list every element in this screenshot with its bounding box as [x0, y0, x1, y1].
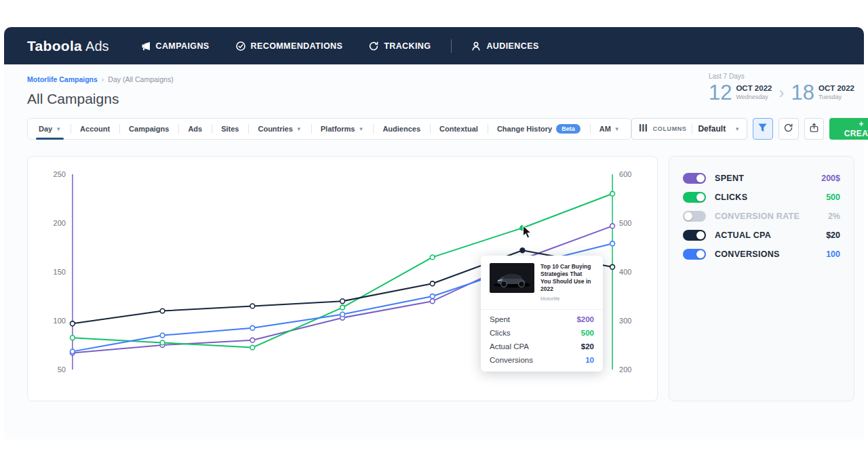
conversions-toggle[interactable]	[683, 249, 706, 260]
nav-audiences[interactable]: AUDIENCES	[471, 41, 538, 52]
sync-icon	[368, 41, 379, 52]
actual-cpa-toggle[interactable]	[683, 230, 706, 241]
toolbar: Day▼ Account Campaigns Ads Sites Countri…	[27, 118, 854, 140]
legend-label: ACTUAL CPA	[715, 231, 771, 240]
refresh-button[interactable]	[778, 118, 799, 140]
taboola-ads-screen: Taboola Ads CAMPAIGNS RECOMMENDATIONS	[0, 0, 868, 459]
svg-text:100: 100	[54, 317, 66, 325]
taboola-logo[interactable]: Taboola Ads	[27, 38, 109, 54]
date-range-picker[interactable]: Last 7 Days 12 OCT 2022 Wednesday › 18 O…	[709, 73, 854, 103]
tab-audiences[interactable]: Audiences	[373, 118, 430, 140]
svg-text:50: 50	[58, 365, 66, 374]
main-nav: CAMPAIGNS RECOMMENDATIONS TRACKING	[140, 39, 565, 53]
svg-text:200: 200	[619, 365, 631, 374]
spent-toggle[interactable]	[683, 173, 706, 184]
tab-campaigns[interactable]: Campaigns	[119, 118, 178, 140]
tab-ads[interactable]: Ads	[178, 118, 212, 140]
end-day: 18	[791, 82, 814, 103]
legend-label: CONVERSIONS	[715, 250, 780, 259]
tooltip-metric-value: 10	[585, 356, 594, 364]
divider	[692, 123, 692, 134]
svg-text:200: 200	[54, 219, 66, 227]
tooltip-row-actual-cpa: Actual CPA $20	[490, 342, 594, 351]
filter-button[interactable]	[753, 118, 773, 140]
date-range-label: Last 7 Days	[709, 73, 854, 80]
chevron-right-icon: ›	[778, 83, 784, 102]
nav-divider	[451, 39, 452, 53]
metrics-legend-panel: SPENT 200$ CLICKS 500 CONVERSION RATE 2%	[669, 156, 854, 401]
tab-sites[interactable]: Sites	[212, 118, 248, 140]
tab-day[interactable]: Day▼	[29, 118, 71, 140]
beta-badge: Beta	[556, 124, 580, 134]
caret-down-icon: ▼	[296, 126, 302, 132]
legend-value: 2%	[828, 212, 840, 221]
clicks-toggle[interactable]	[683, 192, 706, 203]
tooltip-row-conversions: Conversions 10	[490, 356, 594, 364]
legend-label: SPENT	[715, 174, 744, 183]
start-weekday: Wednesday	[736, 94, 772, 101]
nav-tracking-label: TRACKING	[384, 41, 431, 51]
nav-campaigns-label: CAMPAIGNS	[156, 41, 210, 51]
columns-icon	[639, 123, 648, 135]
tab-account[interactable]: Account	[71, 118, 119, 140]
tab-am[interactable]: AM▼	[590, 118, 629, 140]
legend-row: ACTUAL CPA $20	[683, 230, 840, 241]
nav-campaigns[interactable]: CAMPAIGNS	[140, 41, 210, 52]
person-icon	[471, 41, 481, 52]
breadcrumb-link[interactable]: Motorlife Campaigns	[27, 75, 98, 83]
tooltip-metric-label: Clicks	[490, 329, 511, 337]
svg-text:300: 300	[619, 317, 631, 325]
tab-countries[interactable]: Countries▼	[248, 118, 311, 140]
legend-label: CLICKS	[715, 193, 747, 202]
tooltip-ad-title: Top 10 Car Buying Strategies That You Sh…	[540, 263, 594, 293]
columns-selector[interactable]: COLUMNS Default ▼	[631, 118, 747, 140]
tooltip-metric-value: 500	[581, 329, 594, 337]
tab-contextual[interactable]: Contextual	[430, 118, 488, 140]
legend-row: CONVERSION RATE 2%	[683, 211, 840, 222]
tooltip-metric-value: $200	[576, 315, 594, 323]
start-month: OCT 2022	[736, 84, 772, 94]
caret-down-icon: ▼	[734, 126, 740, 132]
top-nav: Taboola Ads CAMPAIGNS RECOMMENDATIONS	[4, 27, 864, 64]
nav-audiences-label: AUDIENCES	[486, 41, 538, 51]
svg-text:600: 600	[619, 170, 631, 178]
tooltip-metric-value: $20	[581, 342, 594, 351]
check-circle-icon	[235, 41, 246, 52]
conversion-rate-toggle[interactable]	[683, 211, 706, 222]
date-range-values: 12 OCT 2022 Wednesday › 18 OCT 2022 Tues…	[709, 82, 854, 103]
nav-recommendations[interactable]: RECOMMENDATIONS	[235, 41, 343, 52]
columns-value: Default	[698, 124, 726, 134]
dimension-tabs: Day▼ Account Campaigns Ads Sites Countri…	[27, 118, 631, 140]
svg-text:250: 250	[54, 170, 66, 178]
breadcrumb-current: Day (All Campaigns)	[108, 75, 173, 83]
legend-row: CLICKS 500	[683, 192, 840, 203]
end-month: OCT 2022	[818, 84, 854, 94]
caret-down-icon: ▼	[359, 126, 364, 132]
svg-text:400: 400	[619, 268, 631, 276]
tab-platforms[interactable]: Platforms▼	[311, 118, 374, 140]
caret-down-icon: ▼	[614, 126, 620, 132]
svg-text:150: 150	[54, 268, 66, 276]
app-shell: Taboola Ads CAMPAIGNS RECOMMENDATIONS	[4, 27, 864, 439]
main-row: 25020015010050600500400300200	[27, 156, 854, 401]
legend-value: $20	[826, 231, 840, 240]
start-day: 12	[709, 82, 732, 103]
performance-chart-card: 25020015010050600500400300200	[27, 156, 658, 401]
tab-change-history[interactable]: Change HistoryBeta	[488, 118, 590, 140]
legend-label: CONVERSION RATE	[715, 212, 800, 221]
nav-recommendations-label: RECOMMENDATIONS	[251, 41, 343, 51]
tooltip-row-spent: Spent $200	[490, 315, 594, 323]
export-button[interactable]	[804, 118, 825, 140]
ad-thumbnail	[490, 263, 534, 293]
nav-tracking[interactable]: TRACKING	[368, 41, 431, 52]
content-area: Motorlife Campaigns › Day (All Campaigns…	[4, 64, 864, 439]
export-icon	[809, 123, 819, 135]
caret-down-icon: ▼	[56, 126, 61, 132]
tooltip-metric-label: Spent	[490, 315, 510, 323]
funnel-icon	[757, 123, 768, 135]
legend-value: 500	[826, 193, 840, 202]
columns-label: COLUMNS	[653, 125, 687, 132]
breadcrumb-separator: ›	[102, 75, 104, 83]
logo-main-text: Taboola	[27, 38, 82, 54]
create-button[interactable]: + CREATE	[829, 118, 868, 140]
